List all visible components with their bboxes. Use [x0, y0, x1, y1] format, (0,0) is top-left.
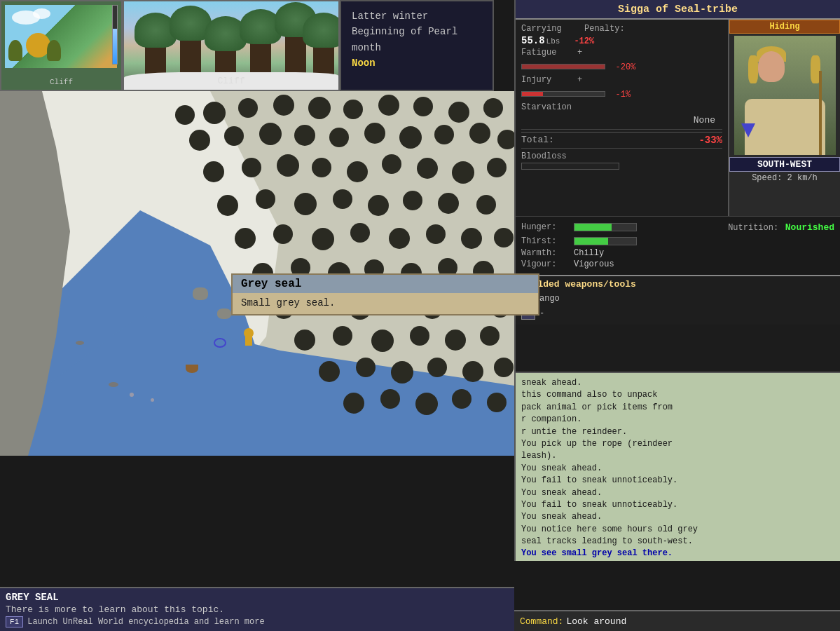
weather-bar-fill: [113, 29, 117, 64]
hunger-row: Hunger:: [521, 222, 717, 232]
carrying-row: Carrying Penalty:: [521, 24, 722, 34]
log-line: You pick up the rope (reindeer: [521, 438, 834, 450]
weather-bar: [112, 5, 118, 65]
hunger-bar: [574, 223, 637, 231]
bloodloss-label: Bloodloss: [521, 151, 722, 161]
direction-badge: SOUTH-WEST: [729, 157, 840, 172]
total-value: -33%: [698, 135, 722, 146]
bottom-hotkey[interactable]: F1 Launch UnReal World encyclopedia and …: [6, 616, 509, 627]
fatigue-value: -20%: [616, 62, 636, 72]
character-stats: Carrying Penalty: 55.8 Lbs -12% Fatigue …: [516, 20, 728, 216]
character-main: Carrying Penalty: 55.8 Lbs -12% Fatigue …: [516, 20, 840, 216]
penalty-label: Penalty:: [584, 24, 625, 34]
starvation-row: Starvation: [521, 102, 722, 112]
character-name: Sigga of Seal-tribe: [618, 4, 738, 15]
bottom-animal-name: GREY SEAL: [6, 592, 509, 603]
log-line: r companion.: [521, 414, 834, 426]
weapons-title: Wielded weapons/tools: [521, 279, 834, 290]
status-badge: Hiding: [729, 20, 840, 34]
log-text: sneak ahead. this command also to unpack…: [521, 377, 834, 561]
command-label: Command:: [520, 616, 563, 627]
log-line: You fail to sneak unnoticeably.: [521, 475, 834, 487]
total-label: Total:: [521, 135, 554, 146]
log-line: You sneak ahead.: [521, 511, 834, 523]
injury-plus: +: [577, 75, 582, 85]
boat: [186, 365, 198, 373]
minimap-label: Cliff: [1, 78, 121, 86]
speed-value: 2 km/h: [787, 173, 818, 183]
penalty-value: -12%: [574, 36, 594, 46]
portrait-image: [734, 36, 836, 155]
fatigue-plus: +: [577, 48, 582, 57]
nutrition-value: Nourished: [785, 222, 834, 233]
log-line: r untie the reindeer.: [521, 426, 834, 438]
scene-label: Cliff: [217, 76, 245, 86]
injury-value: -1%: [616, 90, 631, 100]
nutrition-section: Nutrition: Nourished: [728, 221, 834, 233]
warmth-row: Warmth: Chilly: [521, 248, 834, 258]
character-header: Sigga of Seal-tribe: [516, 0, 840, 20]
vitals-section: Hunger: Nutrition: Nourished Thirst: War…: [516, 216, 840, 275]
speed-info: Speed: 2 km/h: [729, 172, 840, 184]
log-line: Sea: [521, 560, 834, 561]
vigour-row: Vigour: Vigorous: [521, 259, 834, 269]
weapon-slot-2: W -: [521, 307, 834, 320]
weapon-name-1: ango: [539, 294, 560, 304]
carrying-label: Carrying: [521, 24, 577, 34]
log-line: You sneak ahead.: [521, 463, 834, 475]
log-line: leash).: [521, 450, 834, 462]
time-of-day-label: Noon: [352, 55, 482, 71]
hunger-label: Hunger:: [521, 222, 574, 232]
month-label: Beginning of Pearl month: [352, 24, 482, 55]
scene-view: Cliff: [123, 0, 340, 91]
bloodloss-bar: [521, 163, 619, 170]
fatigue-label: Fatigue: [521, 48, 577, 57]
seal-popup-description: Small grey seal.: [241, 297, 530, 308]
character-panel: Sigga of Seal-tribe Carrying Penalty: 55…: [514, 0, 840, 372]
warmth-label: Warmth:: [521, 248, 574, 258]
injury-bar: [521, 91, 605, 97]
vigour-value: Vigorous: [574, 259, 614, 269]
starvation-value: None: [694, 115, 715, 125]
fatigue-bar: [521, 64, 605, 69]
thirst-bar: [574, 237, 637, 245]
thirst-label: Thirst:: [521, 236, 574, 246]
command-value: Look around: [566, 616, 626, 627]
log-area: sneak ahead. this command also to unpack…: [514, 372, 840, 561]
speed-label: Speed:: [752, 173, 782, 183]
minimap-image: [5, 5, 117, 68]
log-line: You fail to sneak unnoticeably.: [521, 499, 834, 511]
carrying-value-row: 55.8 Lbs -12%: [521, 35, 722, 46]
log-line: sneak ahead.: [521, 377, 834, 389]
weapons-section: Wielded weapons/tools 1 ango W -: [516, 275, 840, 325]
carrying-value: 55.8: [521, 35, 545, 46]
injury-label: Injury: [521, 75, 577, 85]
log-line: pack animal or pick items from: [521, 402, 834, 414]
warmth-value: Chilly: [574, 248, 604, 258]
time-info-panel: Latter winter Beginning of Pearl month N…: [340, 0, 494, 91]
seal-popup-title: Grey seal: [233, 275, 538, 293]
seal-figure-2: [109, 382, 118, 387]
log-line: You sneak ahead.: [521, 487, 834, 499]
thirst-row: Thirst:: [521, 236, 834, 246]
nutrition-label: Nutrition:: [728, 223, 778, 233]
seal-indicator: [214, 338, 226, 348]
carrying-unit: Lbs: [546, 37, 560, 46]
hunger-bar-fill: [574, 224, 612, 231]
log-line: You notice here some hours old grey: [521, 524, 834, 536]
player-head: [244, 328, 254, 338]
command-bar: Command: Look around: [514, 610, 840, 631]
weapon-name-2: -: [539, 308, 544, 318]
character-portrait: Hiding SOUTH-WEST Speed: 2 km/h: [728, 20, 840, 216]
fatigue-row: Fatigue +: [521, 48, 722, 57]
weapon-slot-1: 1 ango: [521, 292, 834, 305]
thirst-bar-fill: [574, 238, 608, 245]
vigour-label: Vigour:: [521, 259, 574, 269]
seal-popup: Grey seal Small grey seal.: [231, 273, 539, 316]
log-line: this command also to unpack: [521, 389, 834, 401]
scene-image: Cliff: [124, 1, 338, 90]
bottom-bar: GREY SEAL There is more to learn about t…: [0, 587, 514, 631]
bottom-info-text: There is more to learn about this topic.: [6, 604, 509, 615]
seal-figure: [76, 341, 84, 345]
log-line: seal tracks leading to south-west.: [521, 536, 834, 548]
